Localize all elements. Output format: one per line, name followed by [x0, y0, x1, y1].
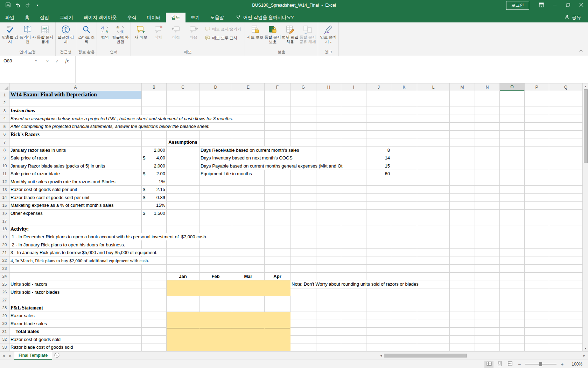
cell-C11[interactable]: [167, 170, 200, 178]
cell-I14[interactable]: [341, 194, 366, 202]
cell-Q13[interactable]: [549, 186, 583, 194]
cell-J19[interactable]: [366, 233, 391, 241]
cell-L29[interactable]: [417, 312, 450, 320]
cell-E23[interactable]: [232, 265, 265, 273]
cell-Q23[interactable]: [549, 265, 583, 273]
cell-G13[interactable]: [290, 186, 316, 194]
cell-G22[interactable]: [290, 257, 316, 265]
cell-L15[interactable]: [417, 202, 450, 210]
column-header-F[interactable]: F: [265, 83, 290, 91]
zoom-slider-thumb[interactable]: [539, 362, 542, 366]
cell-I29[interactable]: [341, 312, 366, 320]
cell-D30[interactable]: [200, 320, 232, 328]
cell-D27[interactable]: [200, 296, 232, 304]
cell-E1[interactable]: [232, 91, 265, 99]
cell-H18[interactable]: [316, 225, 341, 233]
cell-H29[interactable]: [316, 312, 341, 320]
cell-L11[interactable]: [417, 170, 450, 178]
cell-B11[interactable]: $2.00: [142, 170, 167, 178]
cell-D18[interactable]: [200, 225, 232, 233]
row-header-23[interactable]: 23: [0, 265, 9, 273]
cell-A21[interactable]: 3 - In January Rick plans to borrow $5,0…: [9, 249, 142, 257]
cell-K28[interactable]: [391, 304, 417, 312]
cell-D1[interactable]: [200, 91, 232, 99]
cell-K13[interactable]: [391, 186, 417, 194]
cell-A24[interactable]: [9, 273, 142, 281]
cell-L4[interactable]: [417, 115, 450, 123]
cell-B32[interactable]: [142, 336, 167, 344]
cell-M14[interactable]: [450, 194, 475, 202]
row-header-28[interactable]: 28: [0, 304, 9, 312]
cell-Q16[interactable]: [549, 210, 583, 218]
cell-O16[interactable]: [500, 210, 525, 218]
cell-E12[interactable]: [232, 178, 265, 186]
cell-O27[interactable]: [500, 296, 525, 304]
cell-E7[interactable]: [232, 138, 265, 146]
cell-I27[interactable]: [341, 296, 366, 304]
cell-J5[interactable]: [366, 123, 391, 131]
cell-H31[interactable]: [316, 328, 341, 336]
cell-C6[interactable]: [167, 131, 200, 139]
cell-I1[interactable]: [341, 91, 366, 99]
cell-D23[interactable]: [200, 265, 232, 273]
cell-M19[interactable]: [450, 233, 475, 241]
cell-J24[interactable]: [366, 273, 391, 281]
cell-L1[interactable]: [417, 91, 450, 99]
cell-A4[interactable]: Based on assumptions below, make a proje…: [9, 115, 142, 123]
cell-E22[interactable]: [232, 257, 265, 265]
cell-J21[interactable]: [366, 249, 391, 257]
cell-F16[interactable]: [265, 210, 290, 218]
page-layout-view-button[interactable]: [495, 361, 504, 368]
cell-H1[interactable]: [316, 91, 341, 99]
cell-A29[interactable]: Razor sales: [9, 312, 142, 320]
cell-O31[interactable]: [500, 328, 525, 336]
show-hide-comment-button[interactable]: 메모 표시/숨기기: [205, 26, 241, 32]
cell-A26[interactable]: Units sold - razor blades: [9, 288, 142, 297]
tab-review[interactable]: 검토: [166, 13, 186, 22]
normal-view-button[interactable]: [484, 361, 493, 368]
cell-K18[interactable]: [391, 225, 417, 233]
cell-M8[interactable]: [450, 146, 475, 155]
cell-Q33[interactable]: [549, 343, 583, 351]
row-header-5[interactable]: 5: [0, 123, 9, 131]
cell-L19[interactable]: [417, 233, 450, 241]
cell-E16[interactable]: [232, 210, 265, 218]
cell-A25[interactable]: Units sold - razors: [9, 280, 142, 288]
cell-M4[interactable]: [450, 115, 475, 123]
cell-A10[interactable]: January Razor blade sales (packs of 5) i…: [9, 162, 142, 170]
cell-B1[interactable]: [142, 91, 167, 99]
tell-me-box[interactable]: 어떤 작업을 원하시나요?: [231, 13, 299, 22]
cell-H13[interactable]: [316, 186, 341, 194]
cell-B14[interactable]: $0.89: [142, 194, 167, 202]
cell-G26[interactable]: [290, 288, 316, 297]
cell-C33[interactable]: [167, 343, 200, 351]
cell-G23[interactable]: [290, 265, 316, 273]
cell-H28[interactable]: [316, 304, 341, 312]
cell-D8[interactable]: Days Receivable based on current month's…: [200, 146, 232, 155]
cell-M17[interactable]: [450, 217, 475, 225]
cell-I13[interactable]: [341, 186, 366, 194]
cell-G7[interactable]: [290, 138, 316, 146]
cell-H9[interactable]: [316, 154, 341, 162]
sheet-tab-final-template[interactable]: Final Template: [14, 352, 52, 360]
cell-K16[interactable]: [391, 210, 417, 218]
unshare-workbook-button[interactable]: 통합 문서 공유 해제: [299, 23, 316, 48]
cell-P11[interactable]: [525, 170, 549, 178]
cell-K14[interactable]: [391, 194, 417, 202]
cell-K26[interactable]: [391, 288, 417, 297]
cell-Q8[interactable]: [549, 146, 583, 155]
cell-H17[interactable]: [316, 217, 341, 225]
cell-Q28[interactable]: [549, 304, 583, 312]
cell-C21[interactable]: [167, 249, 200, 257]
cell-M1[interactable]: [450, 91, 475, 99]
cell-A9[interactable]: Sale price of razor: [9, 154, 142, 162]
cell-L28[interactable]: [417, 304, 450, 312]
cell-N30[interactable]: [475, 320, 500, 328]
cell-F7[interactable]: [265, 138, 290, 146]
cell-K5[interactable]: [391, 123, 417, 131]
cell-L31[interactable]: [417, 328, 450, 336]
cell-D31[interactable]: [200, 328, 232, 336]
cell-N7[interactable]: [475, 138, 500, 146]
column-header-G[interactable]: G: [290, 83, 316, 91]
cell-I7[interactable]: [341, 138, 366, 146]
